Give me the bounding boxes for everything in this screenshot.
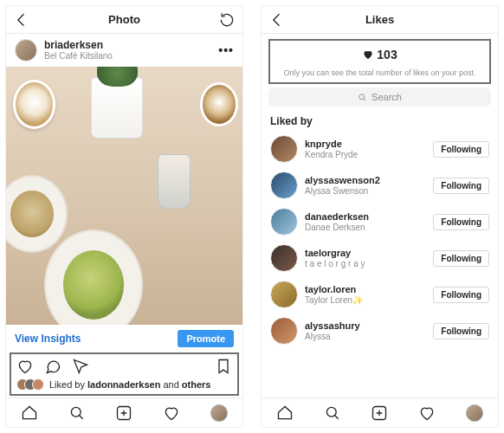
- liker-avatar[interactable]: [270, 317, 298, 345]
- liker-avatar[interactable]: [270, 208, 298, 236]
- liker-avatar[interactable]: [270, 281, 298, 308]
- profile-tab-avatar[interactable]: [210, 404, 228, 422]
- refresh-icon[interactable]: [218, 11, 236, 29]
- new-post-icon[interactable]: [115, 404, 132, 422]
- author-username[interactable]: briaderksen: [44, 40, 113, 51]
- liker-fullname: Alyssa: [305, 332, 360, 342]
- liker-username[interactable]: danaederksen: [305, 211, 369, 223]
- liker-row[interactable]: taylor.lorenTaylor Loren✨ Following: [270, 276, 489, 313]
- activity-icon[interactable]: [418, 404, 436, 422]
- header-title: Likes: [365, 13, 394, 26]
- likes-summary-box: 103 Only you can see the total number of…: [268, 39, 491, 84]
- search-bar[interactable]: Search: [268, 87, 491, 107]
- liker-avatar[interactable]: [270, 171, 298, 199]
- home-icon[interactable]: [21, 404, 38, 422]
- likes-count: 103: [275, 48, 484, 61]
- search-placeholder: Search: [372, 92, 402, 102]
- following-button[interactable]: Following: [433, 178, 489, 194]
- home-icon[interactable]: [276, 404, 294, 422]
- profile-tab-avatar[interactable]: [466, 404, 483, 422]
- header-title: Photo: [108, 13, 140, 26]
- search-icon[interactable]: [324, 404, 341, 422]
- search-icon[interactable]: [68, 404, 86, 422]
- tab-bar: [262, 397, 498, 427]
- liked-by-summary[interactable]: Liked by ladonnaderksen and others: [16, 378, 232, 391]
- share-icon[interactable]: [72, 358, 89, 375]
- following-button[interactable]: Following: [433, 323, 489, 339]
- bookmark-icon[interactable]: [215, 358, 232, 375]
- promote-button[interactable]: Promote: [178, 330, 234, 347]
- svg-line-2: [79, 415, 82, 418]
- liker-fullname: t a e l o r g r a y: [305, 259, 365, 269]
- liker-row[interactable]: taelorgrayt a e l o r g r a y Following: [270, 240, 489, 276]
- liker-avatars-preview: [16, 378, 44, 391]
- author-row[interactable]: briaderksen Bel Café Kitsilano •••: [6, 34, 242, 67]
- liker-username[interactable]: alyssashury: [305, 320, 360, 332]
- liked-by-section-label: Liked by: [262, 107, 498, 131]
- activity-icon[interactable]: [163, 404, 180, 422]
- insights-bar: View Insights Promote: [6, 325, 242, 352]
- liker-avatar[interactable]: [270, 244, 298, 272]
- search-icon: [358, 93, 367, 102]
- following-button[interactable]: Following: [433, 141, 489, 158]
- liker-row[interactable]: danaederksenDanae Derksen Following: [270, 204, 489, 240]
- like-icon[interactable]: [16, 358, 34, 375]
- view-insights-link[interactable]: View Insights: [15, 333, 81, 345]
- more-options[interactable]: •••: [218, 43, 234, 57]
- post-photo[interactable]: [6, 67, 242, 325]
- liker-row[interactable]: knprydeKendra Pryde Following: [270, 131, 489, 167]
- liker-username[interactable]: knpryde: [305, 139, 358, 150]
- header: Likes: [262, 6, 498, 34]
- following-button[interactable]: Following: [433, 250, 489, 267]
- following-button[interactable]: Following: [433, 214, 489, 230]
- following-button[interactable]: Following: [433, 287, 489, 303]
- liked-by-text: Liked by ladonnaderksen and others: [49, 379, 210, 390]
- back-icon[interactable]: [13, 11, 30, 29]
- author-avatar[interactable]: [15, 39, 37, 61]
- liker-row[interactable]: alyssaswenson2Alyssa Swenson Following: [270, 167, 489, 204]
- liker-fullname: Danae Derksen: [305, 223, 369, 233]
- liker-username[interactable]: taelorgray: [305, 248, 365, 259]
- new-post-icon[interactable]: [371, 404, 388, 422]
- likes-screen: Likes 103 Only you can see the total num…: [261, 5, 499, 428]
- likes-privacy-note: Only you can see the total number of lik…: [275, 68, 484, 77]
- liker-fullname: Taylor Loren✨: [305, 295, 363, 306]
- liker-fullname: Kendra Pryde: [305, 150, 358, 160]
- svg-line-9: [334, 415, 338, 418]
- post-detail-screen: Photo briaderksen Bel Café Kitsilano •••: [5, 5, 243, 428]
- liker-avatar[interactable]: [270, 135, 298, 163]
- liker-row[interactable]: alyssashuryAlyssa Following: [270, 313, 489, 349]
- liker-username[interactable]: taylor.loren: [305, 284, 363, 295]
- svg-marker-0: [74, 360, 87, 373]
- comment-icon[interactable]: [44, 358, 61, 375]
- likers-list: knprydeKendra Pryde Following alyssaswen…: [262, 131, 498, 397]
- tab-bar: [6, 397, 242, 427]
- liker-fullname: Alyssa Swenson: [305, 186, 380, 197]
- post-actions-box: Liked by ladonnaderksen and others: [10, 352, 239, 396]
- back-icon[interactable]: [268, 11, 286, 29]
- svg-line-7: [364, 98, 365, 100]
- heart-filled-icon: [362, 48, 374, 61]
- header: Photo: [6, 6, 242, 34]
- liker-username[interactable]: alyssaswenson2: [305, 175, 380, 186]
- location-label[interactable]: Bel Café Kitsilano: [44, 51, 113, 61]
